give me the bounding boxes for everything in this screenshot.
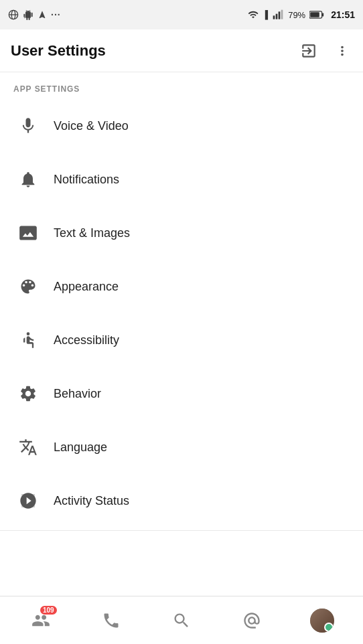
settings-item-text-images[interactable]: Text & Images — [0, 206, 363, 260]
nav-arrow-icon — [38, 10, 47, 19]
app-bar-actions — [297, 39, 352, 62]
accessibility-icon — [13, 325, 43, 355]
activity-status-label: Activity Status — [54, 494, 129, 508]
svg-rect-3 — [273, 15, 275, 19]
accessibility-label: Accessibility — [54, 333, 119, 347]
activity-status-icon — [13, 486, 43, 515]
svg-rect-8 — [322, 13, 323, 16]
more-menu-button[interactable] — [332, 41, 352, 61]
nav-item-search[interactable] — [164, 603, 199, 638]
android-icon — [23, 9, 33, 20]
mentions-icon — [242, 611, 261, 630]
text-images-icon — [13, 218, 43, 248]
calls-icon — [102, 611, 121, 630]
signal-icon: ▐ — [263, 10, 269, 19]
more-dots: ··· — [51, 9, 61, 20]
behavior-label: Behavior — [54, 387, 101, 401]
svg-rect-5 — [279, 11, 281, 19]
status-bar: ··· ▐ 79% 21:51 — [0, 0, 363, 29]
language-label: Language — [54, 440, 107, 455]
settings-item-accessibility[interactable]: Accessibility — [0, 313, 363, 367]
status-icons-left: ··· — [8, 9, 61, 20]
status-icons-right: ▐ 79% 21:51 — [248, 9, 355, 20]
nav-item-calls[interactable] — [94, 603, 129, 638]
notifications-icon — [13, 165, 43, 194]
battery-percentage: 79% — [288, 10, 305, 20]
signal-bars-icon — [272, 9, 284, 20]
app-bar: User Settings — [0, 29, 363, 72]
settings-list: Voice & Video Notifications Text & Image… — [0, 99, 363, 528]
page-title: User Settings — [11, 42, 106, 60]
battery-icon — [309, 10, 324, 19]
nav-item-mentions[interactable] — [234, 603, 269, 638]
profile-avatar — [310, 609, 334, 633]
search-icon — [172, 611, 191, 630]
logout-button[interactable] — [297, 39, 320, 62]
settings-item-behavior[interactable]: Behavior — [0, 367, 363, 420]
svg-point-10 — [27, 332, 30, 335]
bottom-divider — [0, 530, 363, 531]
language-icon — [13, 432, 43, 462]
voice-video-icon — [13, 111, 43, 141]
svg-rect-6 — [281, 10, 283, 19]
nav-item-friends[interactable]: 109 — [23, 603, 58, 638]
notifications-label: Notifications — [54, 173, 119, 187]
appearance-label: Appearance — [54, 280, 119, 294]
settings-item-language[interactable]: Language — [0, 420, 363, 474]
appearance-icon — [13, 272, 43, 301]
settings-scroll-area[interactable]: APP SETTINGS Voice & Video Notifications… — [0, 72, 363, 596]
settings-item-activity-status[interactable]: Activity Status — [0, 474, 363, 528]
settings-item-notifications[interactable]: Notifications — [0, 153, 363, 206]
avatar-image — [310, 609, 334, 633]
svg-rect-4 — [276, 14, 278, 19]
settings-item-appearance[interactable]: Appearance — [0, 260, 363, 313]
friends-badge: 109 — [40, 606, 57, 615]
settings-item-voice-video[interactable]: Voice & Video — [0, 99, 363, 153]
behavior-icon — [13, 379, 43, 408]
status-time: 21:51 — [331, 9, 355, 20]
globe-icon — [8, 9, 19, 20]
more-vertical-icon — [335, 44, 350, 58]
wifi-icon — [248, 9, 259, 20]
voice-video-label: Voice & Video — [54, 119, 129, 133]
svg-rect-9 — [310, 12, 319, 17]
text-images-label: Text & Images — [54, 226, 130, 240]
logout-icon — [300, 42, 317, 60]
nav-item-profile[interactable] — [305, 603, 340, 638]
app-settings-header: APP SETTINGS — [0, 72, 363, 99]
bottom-nav: 109 — [0, 596, 363, 644]
